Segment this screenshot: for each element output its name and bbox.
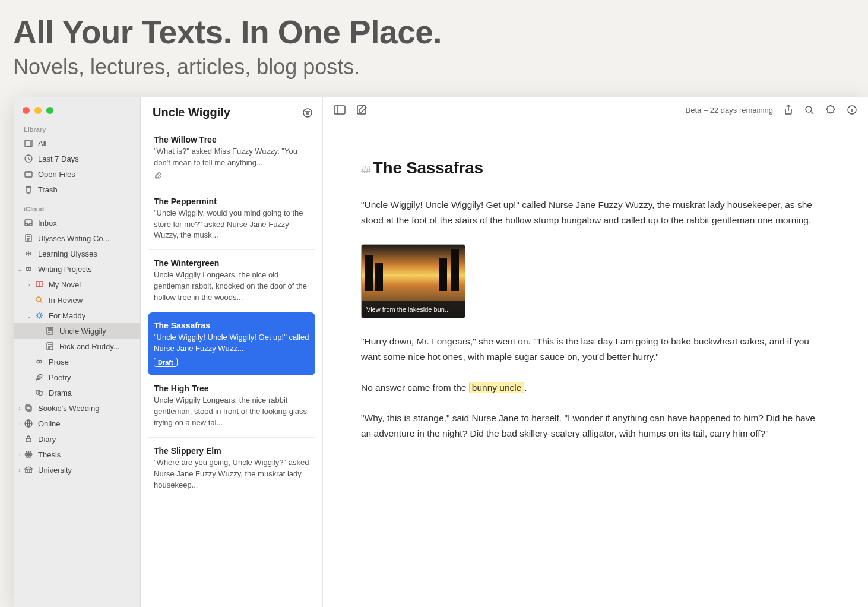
badge-icon[interactable]: [825, 105, 836, 115]
document-list: The Willow Tree"What is?" asked Miss Fuz…: [141, 124, 322, 607]
sidebar-item-in-review[interactable]: In Review: [14, 292, 140, 308]
text-span: .: [524, 382, 527, 393]
list-item[interactable]: The Willow Tree"What is?" asked Miss Fuz…: [148, 127, 315, 188]
sidebar-item-label: Sookie's Wedding: [38, 404, 99, 413]
sidebar-item-label: Last 7 Days: [38, 154, 79, 163]
folder-icon: [24, 169, 33, 179]
chevron-right-icon[interactable]: ›: [17, 405, 23, 412]
list-item-preview: "Uncle Wiggily! Uncle Wiggily! Get up!" …: [154, 332, 309, 355]
inline-image[interactable]: View from the lakeside bun...: [361, 244, 465, 318]
page-icon: [24, 233, 33, 243]
globe-icon: [24, 419, 33, 428]
sidebar-item-drama[interactable]: Drama: [14, 385, 140, 400]
sidebar-item-label: My Novel: [49, 280, 81, 289]
editor-content[interactable]: ## The Sassafras "Uncle Wiggily! Uncle W…: [323, 121, 868, 464]
sidebar-item-label: Thesis: [38, 450, 61, 459]
sidebar-item-uncle-wiggily[interactable]: Uncle Wiggily: [14, 323, 140, 339]
svg-point-5: [36, 297, 41, 302]
sidebar-item-inbox[interactable]: Inbox: [14, 215, 140, 230]
sidebar: Library All Last 7 Days Open Files Trash…: [14, 97, 141, 607]
list-item-preview: Uncle Wiggily Longears, the nice rabbit …: [154, 395, 309, 429]
info-icon[interactable]: [847, 105, 857, 115]
sidebar-item-label: In Review: [49, 296, 83, 305]
sidebar-item-label: Uncle Wiggily: [59, 327, 106, 336]
svg-rect-0: [25, 140, 30, 147]
feather-icon: [34, 372, 44, 382]
book-icon: [34, 280, 44, 289]
sidebar-item-label: Inbox: [38, 219, 57, 227]
paragraph[interactable]: "Uncle Wiggily! Uncle Wiggily! Get up!" …: [361, 197, 821, 227]
sidebar-item-label: All: [38, 139, 46, 148]
section-header-library: Library: [14, 122, 140, 135]
chevron-down-icon[interactable]: ⌄: [26, 312, 32, 319]
sidebar-item-for-maddy[interactable]: ⌄ For Maddy: [14, 308, 140, 323]
sidebar-item-label: Rick and Ruddy...: [59, 342, 120, 351]
sidebar-item-diary[interactable]: Diary: [14, 431, 140, 447]
chevron-down-icon[interactable]: ⌄: [17, 266, 23, 273]
svg-rect-10: [27, 406, 31, 411]
sidebar-item-all[interactable]: All: [14, 135, 140, 151]
lock-icon: [24, 434, 33, 444]
list-item[interactable]: The Sassafras"Uncle Wiggily! Uncle Wiggi…: [148, 312, 315, 376]
filter-icon[interactable]: [302, 108, 313, 118]
infinity-icon: [24, 264, 33, 274]
chevron-right-icon[interactable]: ›: [17, 451, 23, 458]
highlighted-text[interactable]: bunny uncle: [469, 382, 525, 393]
chevron-right-icon[interactable]: ›: [17, 467, 23, 473]
paragraph[interactable]: "Why, this is strange," said Nurse Jane …: [361, 410, 821, 441]
list-item-title: The Willow Tree: [154, 135, 309, 144]
share-icon[interactable]: [784, 105, 793, 115]
sidebar-item-learning-ulysses[interactable]: Learning Ulysses: [14, 246, 140, 261]
attachment-icon: [154, 171, 309, 179]
list-item-title: The Wintergreen: [154, 258, 309, 268]
infinity-icon: [34, 357, 44, 366]
list-item-preview: "What is?" asked Miss Fuzzy Wuzzy. "You …: [154, 146, 309, 169]
inbox-icon: [24, 218, 33, 227]
paragraph[interactable]: No answer came from the bunny uncle.: [361, 380, 821, 396]
sidebar-item-poetry[interactable]: Poetry: [14, 369, 140, 385]
list-item[interactable]: The WintergreenUncle Wiggily Longears, t…: [148, 250, 315, 312]
draft-badge: Draft: [154, 358, 178, 367]
close-window-button[interactable]: [23, 107, 30, 114]
search-icon[interactable]: [804, 105, 815, 115]
sidebar-item-ulysses-writing[interactable]: Ulysses Writing Co...: [14, 230, 140, 246]
sidebar-item-label: For Maddy: [49, 311, 85, 320]
sidebar-item-thesis[interactable]: › Thesis: [14, 447, 140, 462]
paragraph[interactable]: "Hurry down, Mr. Longears," she went on.…: [361, 334, 821, 364]
list-item[interactable]: The High TreeUncle Wiggily Longears, the…: [148, 375, 315, 438]
page-icon: [45, 326, 55, 336]
sidebar-item-university[interactable]: › University: [14, 462, 140, 478]
sidebar-item-prose[interactable]: Prose: [14, 354, 140, 369]
list-item-preview: "Where are you going, Uncle Wiggily?" as…: [154, 457, 309, 491]
sidebar-item-last7days[interactable]: Last 7 Days: [14, 151, 140, 166]
sidebar-item-online[interactable]: › Online: [14, 416, 140, 431]
markdown-heading-prefix: ##: [361, 163, 370, 178]
sidebar-item-writing-projects[interactable]: ⌄ Writing Projects: [14, 261, 140, 277]
hero-title: All Your Texts. In One Place.: [13, 13, 855, 51]
sun-icon: [34, 311, 44, 320]
list-item[interactable]: The Slippery Elm"Where are you going, Un…: [148, 438, 315, 499]
sidebar-item-openfiles[interactable]: Open Files: [14, 166, 140, 182]
editor-toolbar: Beta – 22 days remaining: [323, 97, 868, 121]
document-title[interactable]: The Sassafras: [373, 154, 483, 182]
app-window: Library All Last 7 Days Open Files Trash…: [14, 97, 868, 607]
maximize-window-button[interactable]: [46, 107, 53, 114]
sidebar-item-sookies-wedding[interactable]: › Sookie's Wedding: [14, 400, 140, 416]
sidebar-item-rick-ruddy[interactable]: Rick and Ruddy...: [14, 339, 140, 354]
sidebar-item-my-novel[interactable]: › My Novel: [14, 277, 140, 292]
magnify-icon: [34, 295, 44, 305]
list-item[interactable]: The Peppermint"Uncle Wiggily, would you …: [148, 188, 315, 251]
svg-point-20: [806, 106, 812, 112]
sidebar-item-label: Writing Projects: [38, 265, 92, 274]
minimize-window-button[interactable]: [34, 107, 42, 114]
sidebar-toggle-icon[interactable]: [334, 105, 346, 115]
sidebar-item-label: Drama: [49, 388, 72, 397]
chevron-right-icon[interactable]: ›: [17, 421, 23, 427]
masks-icon: [34, 388, 44, 397]
sidebar-item-label: Trash: [38, 185, 58, 194]
hero-subtitle: Novels, lectures, articles, blog posts.: [13, 55, 855, 80]
sidebar-item-trash[interactable]: Trash: [14, 182, 140, 197]
window-controls: [14, 103, 140, 122]
compose-icon[interactable]: [356, 105, 367, 115]
chevron-right-icon[interactable]: ›: [26, 282, 32, 288]
